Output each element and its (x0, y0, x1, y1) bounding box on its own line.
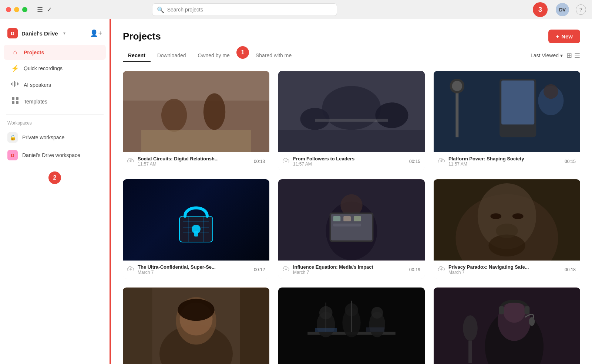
cloud-download-icon (127, 158, 134, 165)
brand-name: Daniel's Drive (21, 30, 58, 37)
project-thumbnail (123, 288, 269, 364)
project-thumbnail (123, 71, 269, 152)
project-card[interactable]: Behind the Scenes March 6 00:17 (278, 288, 425, 364)
workspaces-label: Workspaces (0, 119, 110, 129)
project-time: March 7 (448, 270, 561, 275)
svg-rect-0 (11, 83, 12, 85)
project-time: March 7 (293, 270, 406, 275)
project-duration: 00:13 (254, 159, 265, 164)
svg-point-51 (496, 224, 518, 238)
project-details: Influence Equation: Media's Impact March… (293, 264, 406, 275)
project-name: Influence Equation: Media's Impact (293, 264, 406, 270)
svg-rect-23 (501, 81, 534, 125)
project-card[interactable]: Social Circuits: Digital Relationsh... 1… (123, 71, 269, 170)
add-user-button[interactable]: 👤+ (90, 29, 102, 37)
svg-rect-43 (333, 216, 341, 221)
titlebar: ☰ ✓ 🔍 3 DV ? (0, 0, 592, 19)
tab-downloaded[interactable]: Downloaded (152, 50, 191, 62)
project-thumbnail (434, 179, 580, 261)
svg-point-58 (178, 299, 215, 321)
close-button[interactable] (6, 7, 11, 12)
new-button[interactable]: + New (548, 30, 580, 43)
project-name: Platform Power: Shaping Society (448, 156, 561, 161)
grid-view-button[interactable]: ⊞ (566, 51, 572, 59)
sidebar-item-projects[interactable]: ⌂ Projects (4, 45, 106, 60)
brand[interactable]: D Daniel's Drive ▾ (7, 28, 65, 38)
sidebar-item-templates[interactable]: Templates (4, 93, 106, 109)
svg-rect-7 (16, 97, 18, 100)
sort-label: Last Viewed (531, 52, 559, 58)
sidebar-item-label: AI speakers (24, 82, 51, 88)
project-duration: 00:18 (565, 267, 576, 272)
svg-rect-6 (12, 97, 14, 100)
sort-dropdown[interactable]: Last Viewed ▾ (531, 52, 563, 58)
project-card[interactable]: The Ultra-Confidential, Super-Se... Marc… (123, 179, 269, 279)
project-details: The Ultra-Confidential, Super-Se... Marc… (138, 264, 250, 275)
project-card[interactable]: Platform Power: Shaping Society 11:57 AM… (434, 71, 580, 170)
svg-rect-5 (18, 83, 19, 85)
project-thumbnail (434, 71, 580, 152)
workspace-avatar: D (7, 150, 18, 160)
project-card[interactable]: Podcast Session March 6 00:14 (434, 288, 580, 364)
sidebar-item-label: Templates (24, 99, 47, 105)
traffic-lights (6, 7, 27, 12)
waveform-icon (11, 81, 19, 89)
lightning-icon: ⚡ (11, 64, 19, 72)
svg-rect-45 (354, 216, 361, 221)
help-button[interactable]: ? (576, 4, 586, 15)
workspace-item-daniels-drive[interactable]: D Daniel's Drive workspace (0, 146, 110, 164)
project-card[interactable]: Creator Economy March 6 00:21 (123, 288, 269, 364)
search-bar[interactable]: 🔍 (152, 3, 337, 16)
svg-rect-4 (17, 82, 18, 85)
project-details: Social Circuits: Digital Relationsh... 1… (138, 156, 250, 167)
project-info: The Ultra-Confidential, Super-Se... Marc… (123, 261, 269, 279)
list-view-button[interactable]: ☰ (574, 51, 580, 59)
svg-rect-20 (315, 119, 388, 122)
minimize-button[interactable] (14, 7, 19, 12)
cloud-download-icon (283, 266, 289, 273)
project-name: From Followers to Leaders (293, 156, 406, 161)
svg-rect-71 (315, 328, 337, 332)
notification-badge[interactable]: 3 (533, 2, 548, 17)
project-duration: 00:15 (409, 159, 420, 164)
sidebar-item-ai-speakers[interactable]: AI speakers (4, 77, 106, 93)
avatar[interactable]: DV (556, 3, 569, 16)
page-title: Projects (123, 31, 161, 42)
tab-recent[interactable]: Recent (123, 50, 151, 62)
search-input[interactable] (167, 7, 332, 13)
maximize-button[interactable] (22, 7, 27, 12)
menu-icon[interactable]: ☰ (37, 6, 43, 14)
workspace-label: Daniel's Drive workspace (22, 152, 80, 158)
project-time: 11:57 AM (138, 161, 250, 167)
plus-icon: + (556, 33, 559, 40)
svg-rect-1 (13, 82, 13, 86)
project-time: March 7 (138, 270, 250, 275)
svg-point-79 (529, 317, 535, 326)
sidebar-item-quick-recordings[interactable]: ⚡ Quick recordings (4, 61, 106, 76)
project-thumbnail (278, 71, 425, 152)
project-duration: 00:19 (409, 267, 420, 272)
svg-rect-77 (499, 306, 504, 314)
sidebar-item-label: Quick recordings (24, 65, 63, 71)
project-card[interactable]: Privacy Paradox: Navigating Safe... Marc… (434, 179, 580, 279)
window-icons: ☰ ✓ (37, 6, 52, 14)
content-area: Projects + New Recent Downloaded Owned b… (111, 19, 592, 364)
sidebar-item-label: Projects (24, 50, 44, 55)
tooltip-badge-1: 1 (236, 46, 249, 59)
workspace-item-private[interactable]: 🔒 Private workspace (0, 129, 110, 146)
project-card[interactable]: From Followers to Leaders 11:57 AM 00:15 (278, 71, 425, 170)
checkmark-icon[interactable]: ✓ (47, 6, 52, 14)
svg-point-28 (544, 84, 558, 99)
svg-point-53 (512, 213, 524, 219)
search-icon: 🔍 (157, 6, 164, 13)
grid-icon (11, 97, 19, 106)
tab-owned-by-me[interactable]: Owned by me (193, 50, 235, 62)
project-time: 11:57 AM (448, 161, 561, 167)
svg-point-68 (371, 307, 383, 319)
project-card[interactable]: Influence Equation: Media's Impact March… (278, 179, 425, 279)
svg-point-26 (452, 81, 462, 91)
svg-rect-46 (333, 224, 361, 227)
svg-rect-19 (278, 130, 425, 152)
projects-grid: Social Circuits: Digital Relationsh... 1… (111, 62, 592, 364)
tab-shared-with-me[interactable]: Shared with me (250, 50, 297, 62)
